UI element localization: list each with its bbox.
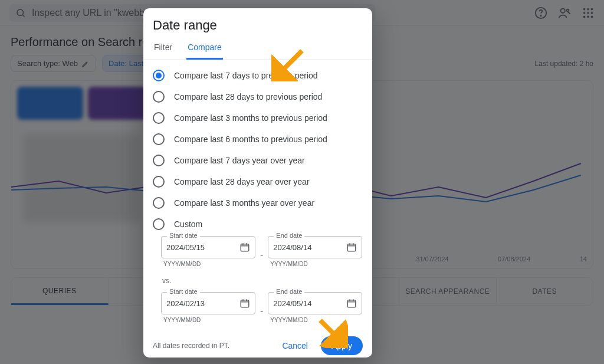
- timezone-note: All dates recorded in PT.: [153, 342, 229, 350]
- radio-icon: [153, 197, 165, 209]
- radio-icon: [153, 70, 165, 81]
- date-range-modal: Date range Filter Compare Compare last 7…: [143, 8, 372, 358]
- svg-rect-23: [241, 300, 249, 307]
- calendar-icon[interactable]: [239, 242, 250, 252]
- compare-options: Compare last 7 days to previous period C…: [143, 60, 372, 235]
- start-date-1[interactable]: Start date 2024/05/15 YYYY/MM/DD: [161, 236, 255, 273]
- option-3months-yoy[interactable]: Compare last 3 months year over year: [148, 192, 367, 214]
- radio-icon: [153, 155, 165, 166]
- custom-date-range-1: Start date 2024/05/15 YYYY/MM/DD - End d…: [143, 235, 372, 329]
- calendar-icon[interactable]: [346, 298, 357, 309]
- start-date-2[interactable]: Start date 2024/02/13 YYYY/MM/DD: [161, 292, 255, 329]
- radio-icon: [153, 133, 165, 145]
- apply-button[interactable]: Apply: [321, 336, 363, 355]
- cancel-button[interactable]: Cancel: [275, 336, 315, 355]
- modal-title: Date range: [143, 8, 372, 39]
- radio-icon: [153, 176, 165, 188]
- option-7days-yoy[interactable]: Compare last 7 days year over year: [148, 150, 367, 171]
- option-28days-yoy[interactable]: Compare last 28 days year over year: [148, 171, 367, 192]
- vs-label: vs.: [162, 277, 363, 285]
- dash-separator: -: [260, 306, 263, 316]
- svg-rect-27: [348, 300, 356, 307]
- option-28days-prev[interactable]: Compare last 28 days to previous period: [148, 86, 367, 107]
- dash-separator: -: [260, 250, 263, 260]
- modal-tabs: Filter Compare: [143, 39, 372, 60]
- radio-icon: [153, 112, 165, 124]
- end-date-1[interactable]: End date 2024/08/14 YYYY/MM/DD: [268, 236, 362, 273]
- svg-rect-19: [348, 244, 356, 251]
- radio-icon: [153, 218, 165, 230]
- option-6months-prev[interactable]: Compare last 6 months to previous period: [148, 129, 367, 150]
- modal-footer: All dates recorded in PT. Cancel Apply: [143, 329, 372, 358]
- calendar-icon[interactable]: [239, 298, 250, 309]
- calendar-icon[interactable]: [346, 242, 357, 252]
- option-7days-prev[interactable]: Compare last 7 days to previous period: [148, 65, 367, 86]
- modal-tab-filter[interactable]: Filter: [153, 39, 173, 60]
- option-3months-prev[interactable]: Compare last 3 months to previous period: [148, 107, 367, 129]
- radio-icon: [153, 91, 165, 103]
- modal-tab-compare[interactable]: Compare: [186, 39, 223, 60]
- end-date-2[interactable]: End date 2024/05/14 YYYY/MM/DD: [268, 292, 362, 329]
- svg-rect-15: [241, 244, 249, 251]
